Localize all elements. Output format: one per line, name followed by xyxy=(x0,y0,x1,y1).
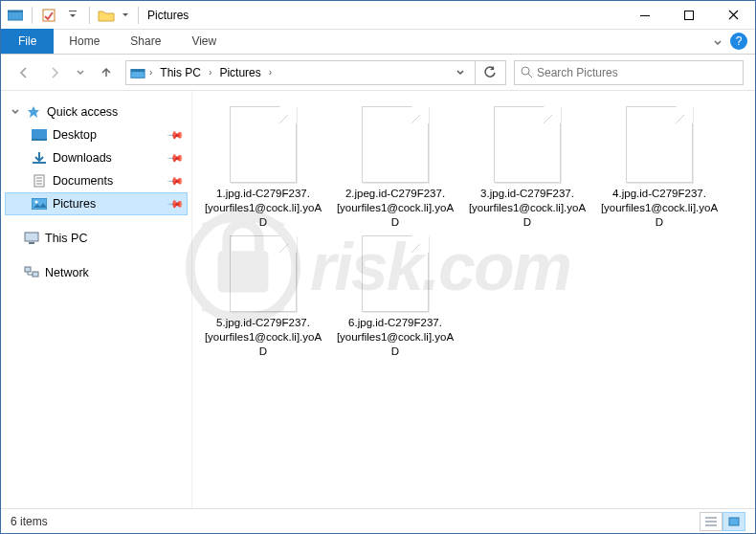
svg-rect-17 xyxy=(32,198,47,210)
pictures-icon xyxy=(32,196,47,211)
file-icon xyxy=(362,106,429,183)
desktop-icon xyxy=(32,127,47,143)
separator xyxy=(138,7,139,24)
sidebar-label: Downloads xyxy=(53,151,112,165)
recent-dropdown-icon[interactable] xyxy=(74,61,87,84)
sidebar-label: Documents xyxy=(53,174,113,188)
help-button[interactable]: ? xyxy=(730,33,747,50)
svg-rect-19 xyxy=(25,233,38,241)
sidebar-label: Quick access xyxy=(47,105,118,119)
separator xyxy=(32,7,33,24)
file-item[interactable]: 5.jpg.id-C279F237.[yourfiles1@cock.li].y… xyxy=(202,235,324,359)
file-item[interactable]: 3.jpg.id-C279F237.[yourfiles1@cock.li].y… xyxy=(466,106,589,230)
svg-rect-1 xyxy=(8,11,23,12)
status-count: 6 items xyxy=(11,515,48,528)
sidebar-item-pictures[interactable]: Pictures 📌 xyxy=(5,192,188,215)
search-icon xyxy=(521,66,533,78)
sidebar-label: Desktop xyxy=(53,128,97,142)
svg-rect-22 xyxy=(33,272,38,277)
documents-icon xyxy=(32,173,47,189)
ribbon-expand-icon[interactable] xyxy=(705,33,730,54)
breadcrumb[interactable]: › This PC › Pictures › xyxy=(125,60,506,85)
file-name: 6.jpg.id-C279F237.[yourfiles1@cock.li].y… xyxy=(334,316,456,359)
svg-rect-5 xyxy=(685,11,694,19)
ribbon-file-tab[interactable]: File xyxy=(1,29,54,54)
svg-line-9 xyxy=(528,74,532,78)
file-name: 2.jpeg.id-C279F237.[yourfiles1@cock.li].… xyxy=(334,187,456,230)
chevron-right-icon[interactable]: › xyxy=(269,67,272,78)
file-item[interactable]: 4.jpg.id-C279F237.[yourfiles1@cock.li].y… xyxy=(598,106,721,230)
up-button[interactable] xyxy=(95,61,118,84)
folder-icon xyxy=(96,5,117,26)
computer-icon xyxy=(24,231,39,246)
svg-point-18 xyxy=(35,201,38,204)
downloads-icon xyxy=(32,150,47,166)
close-button[interactable] xyxy=(711,1,755,30)
sidebar-label: Pictures xyxy=(53,197,96,211)
refresh-button[interactable] xyxy=(475,60,503,85)
pin-icon: 📌 xyxy=(166,148,184,167)
quick-access-toolbar xyxy=(1,5,135,26)
ribbon: File Home Share View ? xyxy=(1,30,755,55)
file-icon xyxy=(494,106,561,183)
status-bar: 6 items xyxy=(1,508,755,533)
chevron-down-icon[interactable] xyxy=(120,5,131,26)
main-area: Quick access Desktop 📌 Downloads 📌 xyxy=(1,91,755,508)
file-item[interactable]: 6.jpg.id-C279F237.[yourfiles1@cock.li].y… xyxy=(334,235,456,359)
svg-rect-20 xyxy=(29,242,34,244)
maximize-button[interactable] xyxy=(667,1,711,30)
qat-dropdown-icon[interactable] xyxy=(62,5,83,26)
file-icon xyxy=(230,235,297,312)
pin-icon: 📌 xyxy=(166,125,184,144)
file-icon xyxy=(626,106,693,183)
svg-rect-3 xyxy=(69,11,77,11)
svg-rect-10 xyxy=(32,129,47,139)
navigation-pane: Quick access Desktop 📌 Downloads 📌 xyxy=(1,91,192,508)
window-title: Pictures xyxy=(147,9,623,22)
sidebar-network[interactable]: Network xyxy=(5,261,188,284)
sidebar-item-documents[interactable]: Documents 📌 xyxy=(5,169,188,192)
sidebar-item-desktop[interactable]: Desktop 📌 xyxy=(5,123,188,146)
breadcrumb-pictures[interactable]: Pictures xyxy=(215,64,264,81)
breadcrumb-dropdown-icon[interactable] xyxy=(450,68,471,78)
sidebar-label: This PC xyxy=(45,232,87,245)
svg-rect-21 xyxy=(25,267,31,272)
explorer-window: Pictures File Home Share View ? › This P… xyxy=(0,0,756,534)
details-view-button[interactable] xyxy=(700,512,723,531)
icons-view-button[interactable] xyxy=(723,512,745,531)
ribbon-tab-share[interactable]: Share xyxy=(115,29,176,54)
svg-rect-11 xyxy=(32,139,47,141)
file-name: 1.jpg.id-C279F237.[yourfiles1@cock.li].y… xyxy=(202,187,324,230)
pin-icon: 📌 xyxy=(166,171,184,189)
file-item[interactable]: 2.jpeg.id-C279F237.[yourfiles1@cock.li].… xyxy=(334,106,456,230)
chevron-right-icon[interactable]: › xyxy=(149,67,152,78)
svg-rect-4 xyxy=(640,15,650,16)
svg-point-8 xyxy=(522,67,529,75)
properties-icon[interactable] xyxy=(38,5,59,26)
file-name: 4.jpg.id-C279F237.[yourfiles1@cock.li].y… xyxy=(598,187,721,230)
search-box[interactable] xyxy=(514,60,744,85)
separator xyxy=(89,7,90,24)
minimize-button[interactable] xyxy=(623,1,667,30)
forward-button[interactable] xyxy=(43,61,66,84)
pin-icon: 📌 xyxy=(166,194,184,212)
sidebar-this-pc[interactable]: This PC xyxy=(5,227,188,250)
svg-rect-7 xyxy=(131,69,145,72)
file-view[interactable]: 1.jpg.id-C279F237.[yourfiles1@cock.li].y… xyxy=(192,91,755,508)
view-toggle xyxy=(700,512,745,531)
app-icon xyxy=(5,5,26,26)
search-input[interactable] xyxy=(537,66,737,79)
ribbon-tab-home[interactable]: Home xyxy=(54,29,115,54)
file-icon xyxy=(230,106,297,183)
chevron-right-icon[interactable]: › xyxy=(209,67,211,78)
network-icon xyxy=(24,265,39,280)
file-item[interactable]: 1.jpg.id-C279F237.[yourfiles1@cock.li].y… xyxy=(202,106,324,230)
back-button[interactable] xyxy=(12,61,35,84)
ribbon-tab-view[interactable]: View xyxy=(176,29,232,54)
address-bar: › This PC › Pictures › xyxy=(1,55,755,91)
sidebar-quick-access[interactable]: Quick access xyxy=(5,100,188,123)
sidebar-item-downloads[interactable]: Downloads 📌 xyxy=(5,146,188,169)
file-name: 5.jpg.id-C279F237.[yourfiles1@cock.li].y… xyxy=(202,316,324,359)
sidebar-label: Network xyxy=(45,266,89,279)
breadcrumb-thispc[interactable]: This PC xyxy=(156,64,205,81)
